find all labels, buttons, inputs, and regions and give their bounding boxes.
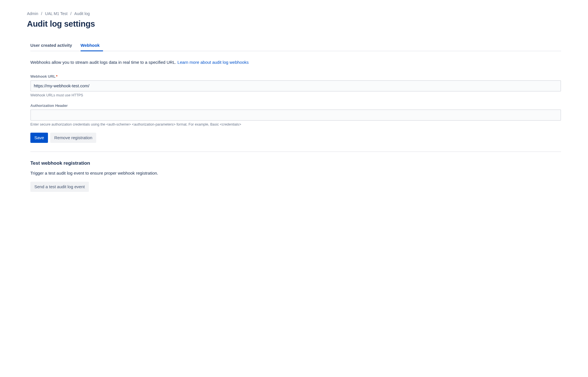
tab-webhook[interactable]: Webhook (81, 41, 103, 51)
breadcrumb-admin[interactable]: Admin (27, 11, 38, 16)
breadcrumb-org[interactable]: UAL M1 Test (45, 11, 68, 16)
auth-header-label: Authorization Header (30, 103, 561, 108)
breadcrumb-audit-log[interactable]: Audit log (74, 11, 90, 16)
auth-header-input[interactable] (30, 109, 561, 121)
intro-text: Webhooks allow you to stream audit logs … (30, 59, 561, 66)
test-section-title: Test webhook registration (30, 160, 561, 166)
page-title: Audit log settings (27, 19, 561, 29)
breadcrumb-separator: / (41, 11, 42, 16)
breadcrumb: Admin / UAL M1 Test / Audit log (27, 11, 561, 16)
webhook-url-label-text: Webhook URL (30, 74, 56, 79)
save-button[interactable]: Save (30, 133, 48, 143)
auth-header-helper: Enter secure authorization credentials u… (30, 122, 561, 126)
breadcrumb-separator: / (70, 11, 72, 16)
section-divider (30, 151, 561, 152)
webhook-url-label: Webhook URL* (30, 74, 561, 79)
learn-more-link[interactable]: Learn more about audit log webhooks (177, 60, 249, 65)
tabs: User created activity Webhook (30, 40, 561, 51)
required-indicator: * (56, 74, 58, 79)
remove-registration-button[interactable]: Remove registration (50, 133, 96, 143)
webhook-url-input[interactable] (30, 80, 561, 92)
intro-text-body: Webhooks allow you to stream audit logs … (30, 60, 177, 65)
send-test-event-button[interactable]: Send a test audit log event (30, 182, 89, 192)
test-section-desc: Trigger a test audit log event to ensure… (30, 171, 561, 175)
webhook-url-helper: Webhook URLs must use HTTPS (30, 93, 561, 97)
tab-user-created-activity[interactable]: User created activity (30, 41, 75, 51)
